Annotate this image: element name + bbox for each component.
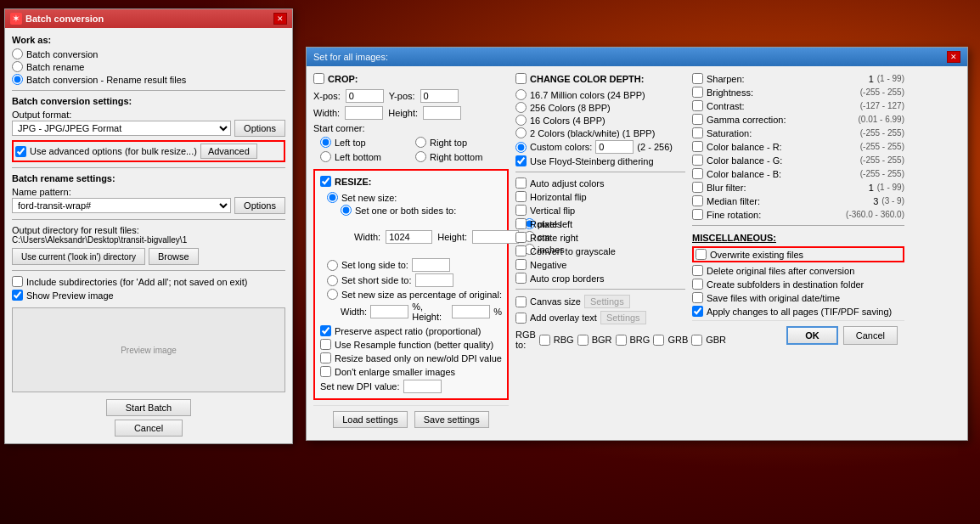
radio-batch-conv-rename-input[interactable]	[12, 74, 23, 85]
color-depth-checkbox[interactable]	[515, 73, 527, 84]
rotate-right-checkbox[interactable]	[515, 232, 527, 243]
blur-checkbox[interactable]	[692, 182, 703, 193]
ok-button[interactable]: OK	[786, 326, 838, 345]
divider-3	[12, 219, 285, 220]
bottom-buttons: Start Batch Cancel	[12, 399, 285, 437]
resize-new-size-radio[interactable]	[327, 192, 338, 203]
dialog-cancel-button[interactable]: Cancel	[843, 326, 898, 345]
start-batch-button[interactable]: Start Batch	[106, 399, 191, 416]
custom-colors-input[interactable]	[595, 140, 634, 154]
dont-enlarge-checkbox[interactable]	[320, 366, 331, 377]
browse-button[interactable]: Browse	[149, 248, 199, 265]
include-subdirs-checkbox[interactable]	[12, 276, 23, 287]
ypos-input[interactable]	[420, 89, 459, 103]
rotate-left-checkbox[interactable]	[515, 218, 527, 229]
vert-flip-checkbox[interactable]	[515, 205, 527, 216]
resize-short-input[interactable]	[415, 273, 453, 287]
titlebar-left: ✶ Batch conversion	[10, 13, 104, 25]
advanced-button[interactable]: Advanced	[200, 144, 257, 159]
resize-percentage-radio[interactable]	[327, 289, 338, 300]
color-2-radio[interactable]	[515, 127, 527, 138]
floyd-row: Use Floyd-Steinberg dithering	[515, 155, 685, 166]
load-settings-button[interactable]: Load settings	[333, 411, 407, 428]
contrast-checkbox[interactable]	[692, 100, 703, 111]
color-balance-b-checkbox[interactable]	[692, 168, 703, 179]
radio-batch-conv-input[interactable]	[12, 48, 23, 59]
rotate-right-label: Rotate right	[530, 233, 578, 243]
brightness-checkbox[interactable]	[692, 87, 703, 98]
format-select[interactable]: JPG - JPG/JPEG Format	[12, 121, 231, 136]
save-settings-button[interactable]: Save settings	[414, 411, 489, 428]
crop-width-input[interactable]	[345, 106, 383, 120]
set-dpi-row: Set new DPI value:	[320, 380, 502, 393]
show-preview-checkbox[interactable]	[12, 290, 23, 301]
color-16-radio[interactable]	[515, 115, 527, 126]
apply-all-pages-checkbox[interactable]	[692, 306, 703, 317]
crop-checkbox[interactable]	[313, 73, 324, 84]
rename-options-button[interactable]: Options	[234, 197, 285, 214]
name-pattern-select[interactable]: ford-transit-wrap#	[12, 198, 231, 213]
fine-rotation-checkbox[interactable]	[692, 209, 703, 220]
rbg-checkbox[interactable]	[539, 335, 550, 346]
grb-checkbox[interactable]	[653, 335, 664, 346]
overlay-checkbox[interactable]	[515, 313, 527, 324]
resize-set-long: Set long side to:	[327, 258, 502, 272]
options-button[interactable]: Options	[234, 120, 285, 137]
color-16m-radio[interactable]	[515, 89, 527, 100]
resize-height-input[interactable]	[472, 230, 519, 244]
auto-adjust-checkbox[interactable]	[515, 177, 527, 189]
corner-right-top-radio[interactable]	[415, 137, 426, 148]
saturation-checkbox[interactable]	[692, 127, 703, 138]
preserve-aspect-checkbox[interactable]	[320, 325, 331, 336]
pct-height-input[interactable]	[452, 305, 490, 318]
crop-height-input[interactable]	[423, 106, 461, 120]
brg-checkbox[interactable]	[616, 335, 627, 346]
horiz-flip-label: Horizontal flip	[530, 192, 587, 202]
rotate-right-row: Rotate right	[515, 232, 685, 243]
delete-original-checkbox[interactable]	[692, 265, 703, 276]
main-close-button[interactable]: ✕	[273, 13, 287, 25]
resize-short-radio[interactable]	[327, 275, 338, 286]
resize-long-input[interactable]	[412, 258, 450, 272]
save-date-checkbox[interactable]	[692, 292, 703, 303]
use-resample-checkbox[interactable]	[320, 339, 331, 350]
set-both-radio[interactable]	[341, 205, 352, 216]
color-balance-r-checkbox[interactable]	[692, 141, 703, 152]
floyd-checkbox[interactable]	[515, 155, 527, 166]
grayscale-checkbox[interactable]	[515, 245, 527, 256]
main-window: ✶ Batch conversion ✕ Work as: Batch conv…	[4, 8, 293, 444]
negative-checkbox[interactable]	[515, 259, 527, 270]
radio-batch-rename-input[interactable]	[12, 61, 23, 72]
dialog-close-button[interactable]: ✕	[947, 51, 960, 63]
canvas-size-checkbox[interactable]	[515, 296, 527, 307]
auto-crop-checkbox[interactable]	[515, 273, 527, 284]
resize-long-radio[interactable]	[327, 260, 338, 271]
set-dpi-input[interactable]	[403, 380, 442, 393]
create-subfolders-checkbox[interactable]	[692, 279, 703, 290]
corner-left-bottom-radio[interactable]	[320, 151, 331, 162]
resize-width-input[interactable]	[386, 230, 432, 244]
sharpen-checkbox[interactable]	[692, 73, 703, 84]
color-256-radio[interactable]	[515, 102, 527, 113]
median-checkbox[interactable]	[692, 195, 703, 206]
corner-right-bottom-radio[interactable]	[415, 151, 426, 162]
canvas-settings-button[interactable]: Settings	[584, 295, 630, 308]
overlay-settings-button[interactable]: Settings	[600, 311, 646, 324]
color-balance-g-checkbox[interactable]	[692, 155, 703, 166]
resize-checkbox[interactable]	[320, 176, 331, 187]
resize-dpi-checkbox[interactable]	[320, 352, 331, 363]
dir-buttons-row: Use current ('look in') directory Browse	[12, 248, 285, 265]
gamma-checkbox[interactable]	[692, 114, 703, 125]
color-custom-radio[interactable]	[515, 142, 527, 153]
cancel-button[interactable]: Cancel	[115, 420, 183, 437]
horiz-flip-checkbox[interactable]	[515, 191, 527, 202]
use-current-button[interactable]: Use current ('look in') directory	[12, 248, 145, 265]
pct-width-input[interactable]	[370, 305, 408, 318]
overwrite-checkbox[interactable]	[696, 249, 707, 260]
bgr-checkbox[interactable]	[577, 335, 589, 346]
corner-left-top-radio[interactable]	[320, 137, 331, 148]
show-preview-label: Show Preview image	[26, 290, 114, 301]
xpos-input[interactable]	[346, 89, 384, 103]
advanced-checkbox[interactable]	[15, 146, 26, 157]
middle-divider-2	[515, 289, 685, 290]
